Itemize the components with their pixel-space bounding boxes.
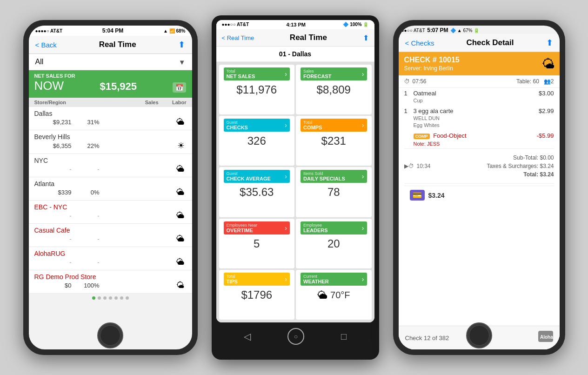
tile-header-7: EmployeeLEADERS› [301, 221, 367, 234]
android-status-bar: ●●●○○ AT&T 4:13 PM 🔷 100% 🔋 [216, 20, 374, 29]
tile-sublabel-3: Total [303, 120, 322, 125]
android-home-nav[interactable]: ○ [287, 328, 304, 345]
iphone-screen1: ●●●●○ AT&T 5:04 PM ▲ 📶 68% < Back Real T… [29, 26, 192, 349]
tile-value-1: $8,809 [301, 83, 367, 96]
tile-label-group-0: TotalNET SALES [227, 69, 255, 79]
time-icon-2: ▶⏱ [404, 163, 414, 169]
share-button-1[interactable]: ⬆ [178, 40, 185, 50]
total-line: Total: $3.24 [487, 170, 554, 179]
store-name[interactable]: EBC - NYC [34, 201, 187, 211]
store-weather-icon: 🌥 [100, 188, 187, 197]
tile-header-3: TotalCOMPS› [301, 119, 367, 132]
table-header: Store/Region Sales Labor [29, 98, 192, 107]
home-button-3[interactable] [466, 322, 492, 348]
back-button-3[interactable]: < Checks [405, 39, 434, 47]
check-meta: ⏱ 07:56 Table: 60 👥2 [399, 75, 560, 88]
carrier-3: ●●●○○ AT&T [399, 28, 425, 33]
home-button-inner [100, 325, 120, 346]
taxes-line: Taxes & Surcharges: $3.24 [487, 162, 554, 170]
tile-arrow-0: › [285, 70, 287, 78]
store-name[interactable]: Casual Cafe [34, 225, 187, 234]
store-labor: 22% [72, 142, 100, 149]
tile-checks[interactable]: GuestCHECKS›326 [219, 116, 295, 166]
price-1: $3.00 [539, 90, 554, 97]
android-phone2: ●●●○○ AT&T 4:13 PM 🔷 100% 🔋 < Real Time … [212, 15, 379, 360]
tile-label-5: DAILY SPECIALS [303, 176, 345, 181]
tile-weather[interactable]: CurrentWEATHER›🌥70°F [296, 270, 372, 320]
status-bar-3: ●●●○○ AT&T 5:07 PM 🔷 ▲ 67% 🔋 [399, 26, 560, 34]
check-item-comp: COMP Food-Object -$5.99 [404, 130, 554, 141]
tile-label-group-1: SalesFORECAST [303, 69, 332, 79]
android-screen2: ●●●○○ AT&T 4:13 PM 🔷 100% 🔋 < Real Time … [216, 20, 374, 322]
tile-sublabel-9: Current [303, 274, 329, 279]
android-nav-bar: < Real Time Real Time ⬆ [216, 29, 374, 47]
tile-arrow-1: › [362, 70, 364, 78]
tile-label-0: NET SALES [227, 74, 255, 79]
store-weather-icon: 🌥 [100, 234, 187, 244]
dot-1 [98, 296, 101, 300]
tile-label-group-5: Items SoldDAILY SPECIALS [303, 171, 345, 181]
divider-2 [404, 183, 554, 184]
svg-text:Aloha: Aloha [540, 335, 553, 340]
store-data-row: --🌥 [34, 234, 187, 244]
tile-check-average[interactable]: GuestCHECK AVERAGE›$35.63 [219, 167, 295, 217]
android-carrier: ●●●○○ AT&T [222, 22, 249, 27]
tile-sublabel-8: Total [227, 274, 238, 279]
tile-value-4: $35.63 [224, 186, 290, 199]
store-name[interactable]: AlohaRUG [34, 248, 187, 257]
tile-arrow-5: › [362, 173, 364, 180]
store-name[interactable]: Dallas [34, 108, 187, 117]
share-button-3[interactable]: ⬆ [546, 38, 553, 48]
calendar-icon[interactable]: 📅 [173, 82, 186, 93]
tile-value-7: 20 [301, 237, 367, 250]
store-weather-icon: 🌥 [100, 211, 187, 221]
tile-comps[interactable]: TotalCOMPS›$231 [296, 116, 372, 166]
check-pagination: Check 12 of 382 [405, 335, 449, 342]
store-data-row: $9,23131%🌥 [34, 117, 187, 127]
tile-tips[interactable]: TotalTIPS›$1796 [219, 270, 295, 320]
store-data-row: $3390%🌥 [34, 188, 187, 197]
android-share-button[interactable]: ⬆ [363, 33, 369, 42]
tile-value-5: 78 [301, 186, 367, 199]
dot-5 [120, 296, 123, 300]
home-button-area [29, 349, 192, 353]
qty-1: 1 [404, 90, 414, 97]
android-back-nav[interactable]: ◁ [244, 331, 251, 342]
android-recents-nav[interactable]: □ [341, 331, 347, 342]
filter-label-1: All [35, 58, 44, 66]
time-icon: ⏱ [404, 78, 410, 85]
store-name[interactable]: Beverly Hills [34, 131, 187, 141]
net-sales-now: NOW [34, 79, 64, 93]
tile-sublabel-7: Employee [303, 223, 328, 228]
home-button[interactable] [97, 322, 123, 348]
dot-3 [109, 296, 112, 300]
tile-net-sales[interactable]: TotalNET SALES›$11,976 [219, 65, 295, 114]
payment-row: 💳 $3.24 [404, 186, 554, 204]
store-sales: - [34, 212, 72, 219]
col-labor: Labor [159, 100, 187, 105]
store-name[interactable]: Atlanta [34, 178, 187, 188]
status-bar-1: ●●●●○ AT&T 5:04 PM ▲ 📶 68% [29, 26, 192, 36]
store-row: EBC - NYC--🌥 [29, 201, 192, 224]
dot-6 [126, 296, 129, 300]
carrier-1: ●●●●○ AT&T [35, 28, 63, 33]
tile-daily-specials[interactable]: Items SoldDAILY SPECIALS›78 [296, 167, 372, 217]
tile-value-6: 5 [224, 237, 290, 250]
check-server: Server: Irving Berlin [404, 65, 554, 72]
tile-overtime[interactable]: Employees NearOVERTIME›5 [219, 219, 295, 268]
tile-sublabel-4: Guest [227, 171, 271, 176]
tile-leaders[interactable]: EmployeeLEADERS›20 [296, 219, 372, 268]
store-sales: $0 [34, 282, 72, 289]
store-name[interactable]: RG Demo Prod Store [34, 271, 187, 281]
store-name[interactable]: NYC [34, 155, 187, 164]
tile-label-2: CHECKS [227, 125, 248, 130]
tile-header-9: CurrentWEATHER› [301, 273, 367, 286]
android-back-button[interactable]: < Real Time [222, 34, 254, 41]
filter-icon-1[interactable]: ▼ [179, 58, 186, 66]
aloha-logo: Aloha [538, 331, 553, 345]
store-labor: - [72, 259, 100, 266]
tile-forecast[interactable]: SalesFORECAST›$8,809 [296, 65, 372, 114]
tile-sublabel-5: Items Sold [303, 171, 345, 176]
time-3: 5:07 PM [427, 27, 448, 33]
back-button-1[interactable]: < Back [35, 41, 57, 49]
